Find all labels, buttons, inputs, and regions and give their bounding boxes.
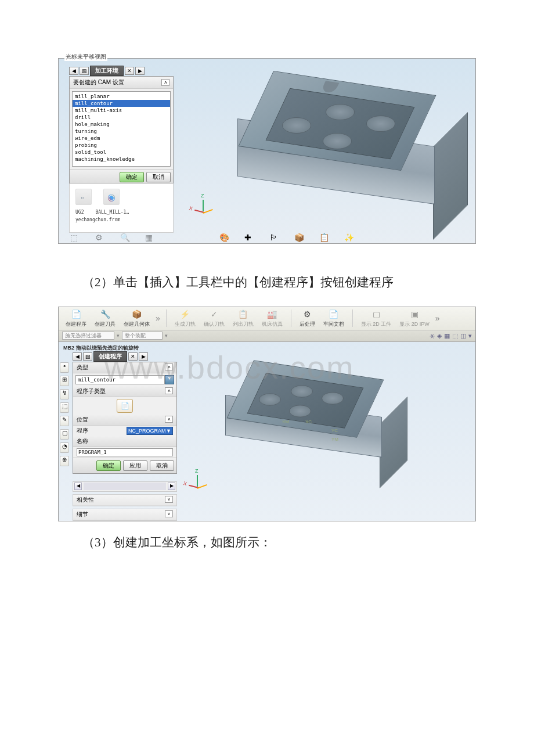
ok-button[interactable]: 确定 [96, 460, 121, 471]
tool-icon[interactable]: 🎨 [219, 233, 230, 242]
list-item[interactable]: mill_contour [73, 100, 170, 107]
subtype-icon[interactable]: 📄 [117, 399, 133, 413]
3d-viewport[interactable]: XM XC YC YM [183, 352, 473, 519]
filter-icon[interactable]: ◈ [437, 332, 442, 340]
list-item[interactable]: probing [73, 142, 170, 149]
instruction-text-2: （2）单击【插入】工具栏中的【创建程序】按钮创建程序 [58, 273, 476, 293]
list-item[interactable]: machining_knowledge [73, 156, 170, 163]
tool-icon[interactable]: ▦ [145, 233, 156, 242]
dialog-title: 要创建的 CAM 设置 [73, 78, 124, 87]
csys-label: YM [331, 437, 338, 442]
type-combo[interactable]: ▼ [75, 375, 174, 384]
postprocess-button[interactable]: ⚙后处理 [297, 308, 317, 329]
tab-split-icon[interactable]: ▧ [80, 67, 89, 75]
vtab-item[interactable]: ⊕ [60, 456, 69, 466]
tool-icon[interactable]: ✚ [244, 233, 255, 242]
vtab-item[interactable]: ◔ [60, 442, 69, 453]
tab-next-icon[interactable]: ▶ [139, 352, 148, 361]
collapse-icon[interactable]: ʌ [165, 387, 173, 394]
list-item[interactable]: drill [73, 114, 170, 121]
main-toolbar: 📄创建程序 🔧创建刀具 📦创建几何体 » ⚡生成刀轨 ✓确认刀轨 📋列出刀轨 🏭… [59, 307, 475, 330]
thumb-icon[interactable] [103, 189, 120, 205]
collapse-icon[interactable]: ʌ [165, 416, 173, 423]
filter-icon[interactable]: ▦ [444, 332, 450, 340]
filter-icon[interactable]: ▾ [468, 332, 472, 340]
cam-setup-list[interactable]: mill_planar mill_contour mill_multi-axis… [72, 91, 171, 167]
tab-prev-icon[interactable]: ◀ [73, 352, 82, 361]
shopfloor-doc-button[interactable]: 📄车间文档 [321, 308, 347, 329]
scope-field[interactable]: 整个装配 [122, 332, 163, 340]
tool-icon[interactable]: 🏳 [269, 233, 280, 242]
panel-header[interactable]: 相关性 v [73, 495, 176, 506]
generate-path-button[interactable]: ⚡生成刀轨 [172, 308, 198, 329]
tab-prev-icon[interactable]: ◀ [69, 67, 78, 75]
collapse-icon[interactable]: ʌ [165, 363, 173, 370]
section-header[interactable]: 名称 [73, 436, 176, 447]
tab-split-icon[interactable]: ▧ [83, 352, 92, 361]
create-program-button[interactable]: 📄创建程序 [63, 308, 89, 329]
show-2d-work-button[interactable]: ▢显示 2D 工件 [359, 308, 394, 329]
tool-icon[interactable]: 📋 [319, 233, 330, 242]
section-header[interactable]: 类型 ʌ [73, 362, 176, 373]
tool-icon[interactable]: ⚙ [95, 233, 106, 242]
filter-field[interactable]: 施无选择过滤器 [62, 332, 114, 340]
vtab-item[interactable]: ▢ [60, 429, 69, 440]
tab-close-icon[interactable]: ✕ [128, 352, 138, 361]
tool-icon[interactable]: ⬚ [70, 233, 81, 242]
type-input[interactable] [75, 375, 165, 384]
tool-icon[interactable]: 📦 [294, 233, 305, 242]
active-tab[interactable]: 加工环境 [90, 66, 124, 76]
list-item[interactable]: hole_making [73, 121, 170, 128]
tool-icon[interactable]: ✨ [344, 233, 355, 242]
list-item[interactable]: mill_planar [73, 93, 170, 100]
axis-triad-icon [186, 472, 210, 495]
list-item[interactable]: wire_edm [73, 135, 170, 142]
active-tab[interactable]: 创建程序 [93, 351, 127, 362]
scroll-left-icon[interactable]: ◀ [74, 483, 82, 490]
vtab-item[interactable]: ⊞ [60, 376, 69, 386]
program-select[interactable]: NC_PROGRAM▼ [127, 427, 173, 435]
filter-icon[interactable]: ⚹ [430, 332, 435, 340]
tab-close-icon[interactable]: ✕ [125, 67, 134, 75]
csys-label: YC [331, 428, 338, 433]
show-2d-ipw-button[interactable]: ▣显示 2D IPW [397, 308, 432, 329]
list-item[interactable]: solid_tool [73, 149, 170, 156]
list-item[interactable]: mill_multi-axis [73, 107, 170, 114]
verify-path-button[interactable]: ✓确认刀轨 [201, 308, 227, 329]
create-geometry-button[interactable]: 📦创建几何体 [121, 308, 152, 329]
panel-header[interactable]: 细节 v [73, 509, 176, 520]
collapse-icon[interactable]: ʌ [161, 79, 169, 86]
thumb-icon[interactable] [75, 189, 92, 205]
vtab-item[interactable]: ⚬ [60, 362, 69, 373]
filter-icon[interactable]: ⬚ [452, 332, 458, 340]
screenshot-cam-environment: 光标未平移视图 ◀ ▧ 加工环境 ✕ ▶ 要创建的 CAM 设置 ʌ mill_… [58, 58, 476, 244]
expand-icon[interactable]: v [165, 510, 173, 517]
apply-button[interactable]: 应用 [123, 460, 147, 471]
3d-viewport[interactable] [181, 66, 473, 232]
cancel-button[interactable]: 取消 [146, 172, 171, 182]
list-item[interactable]: turning [73, 128, 170, 135]
cancel-button[interactable]: 取消 [150, 460, 174, 471]
thumb-sublabel: yechangchun.from [72, 217, 171, 222]
tool-icon[interactable]: 🔍 [120, 233, 131, 242]
vtab-item[interactable]: ✎ [60, 416, 69, 426]
vtab-item[interactable]: ⬚ [60, 402, 69, 413]
list-path-button[interactable]: 📋列出刀轨 [230, 308, 256, 329]
horizontal-scrollbar[interactable]: ◀ ▶ [73, 481, 177, 492]
filter-icon[interactable]: ◫ [460, 332, 466, 340]
dropdown-icon[interactable]: ▼ [165, 375, 174, 384]
section-header[interactable]: 程序子类型 ʌ [73, 386, 176, 397]
csys-label: XM [282, 419, 289, 424]
part-model: XM XC YC YM [218, 364, 404, 469]
simulate-button[interactable]: 🏭机床仿真 [259, 308, 285, 329]
more-icon[interactable]: » [156, 314, 160, 323]
ok-button[interactable]: 确定 [120, 172, 144, 182]
name-input[interactable] [77, 448, 173, 456]
more-icon[interactable]: » [435, 314, 440, 323]
vtab-item[interactable]: ↯ [60, 389, 69, 399]
scroll-right-icon[interactable]: ▶ [168, 483, 175, 490]
create-tool-button[interactable]: 🔧创建刀具 [92, 308, 118, 329]
tab-next-icon[interactable]: ▶ [135, 67, 145, 75]
section-header[interactable]: 位置 ʌ [73, 415, 176, 426]
expand-icon[interactable]: v [165, 496, 173, 503]
